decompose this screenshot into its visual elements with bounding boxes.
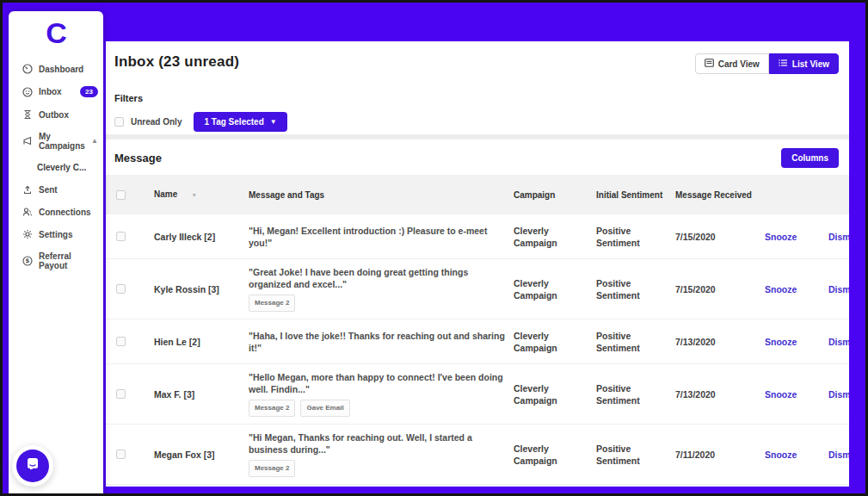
sidebar-item-my-campaigns[interactable]: My Campaigns ▲ [9, 126, 103, 157]
select-all-checkbox[interactable] [116, 190, 126, 200]
table-row[interactable]: Carly Illeck [2] "Hi, Megan! Excellent i… [106, 214, 849, 259]
received-date-cell: 7/13/2020 [675, 388, 758, 400]
snooze-link[interactable]: Snooze [765, 337, 822, 347]
table-row[interactable]: Max F. [3] "Hello Megan, more than happy… [106, 364, 849, 425]
sent-icon [22, 184, 33, 195]
row-checkbox[interactable] [116, 232, 126, 241]
column-header-name[interactable]: Name▼ [154, 189, 242, 201]
sidebar-item-label: Sent [39, 185, 58, 195]
message-cell: "Hello Megan, more than happy to connect… [249, 371, 507, 417]
view-toggle: Card View List View [695, 53, 839, 74]
chat-widget [12, 445, 53, 487]
dismiss-link[interactable]: Dismiss [828, 337, 849, 347]
chat-bubble-icon [24, 456, 41, 476]
tag-filter-dropdown[interactable]: 1 Tag Selected ▼ [194, 112, 286, 132]
inbox-header-section: Inbox (23 unread) Card View List View Fi… [106, 41, 849, 134]
sidebar-item-connections[interactable]: Connections [9, 201, 103, 223]
column-header-initial-sentiment[interactable]: Initial Sentiment [596, 189, 668, 201]
campaign-cell: Cleverly Campaign [514, 382, 589, 406]
sidebar-item-label: Outbox [39, 110, 69, 120]
sidebar-item-referral-payout[interactable]: $ Referral Payout [9, 245, 103, 276]
dismiss-link[interactable]: Dismiss [828, 389, 849, 400]
megaphone-icon [22, 136, 33, 146]
card-view-button[interactable]: Card View [695, 53, 769, 74]
dismiss-link[interactable]: Dismiss [828, 284, 849, 294]
filters-row: Unread Only 1 Tag Selected ▼ [114, 112, 837, 132]
campaign-cell: Cleverly Campaign [514, 225, 589, 249]
gear-icon [22, 229, 33, 239]
campaign-cell: Cleverly Campaign [514, 330, 589, 354]
sidebar-item-dashboard[interactable]: Dashboard [9, 58, 103, 80]
tag-list: Message 2 [249, 294, 507, 312]
row-checkbox[interactable] [116, 450, 126, 459]
received-date-cell: 7/11/2020 [675, 449, 758, 461]
sidebar-nav: Dashboard Inbox 23 Outbox My Campaig [9, 58, 103, 276]
table-title-row: Message Columns [106, 148, 849, 168]
svg-text:$: $ [26, 257, 30, 264]
snooze-link[interactable]: Snooze [765, 389, 822, 400]
row-checkbox[interactable] [116, 284, 126, 294]
sentiment-cell: Positive Sentiment [596, 382, 668, 406]
message-preview: "Haha, I love the joke!! Thanks for reac… [249, 331, 505, 353]
sentiment-cell: Positive Sentiment [596, 330, 668, 354]
sidebar-item-cleverly-campaign[interactable]: Cleverly C... [9, 157, 103, 178]
sidebar-item-inbox[interactable]: Inbox 23 [9, 80, 103, 103]
sidebar-item-label: Connections [39, 208, 91, 217]
sidebar-item-outbox[interactable]: Outbox [9, 103, 103, 126]
tag-pill: Message 2 [249, 400, 295, 417]
campaign-cell: Cleverly Campaign [514, 277, 589, 301]
contact-name: Hien Le [2] [154, 337, 242, 347]
brand-logo: C [9, 11, 103, 49]
dashboard-icon [22, 64, 33, 74]
main-content: Inbox (23 unread) Card View List View Fi… [106, 41, 849, 487]
table-header-row: Name▼ Message and Tags Campaign Initial … [106, 175, 849, 214]
message-preview: "Hello Megan, more than happy to connect… [249, 372, 503, 394]
sidebar-item-label: Inbox [39, 87, 62, 96]
column-header-message-received[interactable]: Message Received [675, 189, 758, 201]
snooze-link[interactable]: Snooze [765, 450, 822, 460]
card-view-icon [705, 59, 714, 69]
tag-pill: Message 2 [249, 460, 295, 477]
received-date-cell: 7/13/2020 [675, 336, 758, 348]
snooze-link[interactable]: Snooze [765, 284, 822, 294]
sidebar-item-sent[interactable]: Sent [9, 178, 103, 201]
message-preview: "Hi Megan, Thanks for reaching out. Well… [249, 432, 472, 455]
message-cell: "Hi Megan, Thanks for reaching out. Well… [249, 431, 507, 477]
sidebar-item-label: Cleverly C... [37, 163, 86, 172]
list-view-label: List View [792, 59, 829, 69]
contact-name: Megan Fox [3] [154, 450, 242, 460]
snooze-link[interactable]: Snooze [765, 232, 822, 242]
table-row[interactable]: Hien Le [2] "Haha, I love the joke!! Tha… [106, 319, 849, 364]
columns-button[interactable]: Columns [781, 148, 839, 168]
chat-widget-button[interactable] [16, 450, 49, 482]
chevron-down-icon: ▼ [270, 118, 277, 126]
message-table-section: Message Columns Name▼ Message and Tags C… [106, 140, 849, 487]
dismiss-link[interactable]: Dismiss [828, 232, 849, 242]
campaign-cell: Cleverly Campaign [514, 443, 589, 467]
dismiss-link[interactable]: Dismiss [828, 450, 849, 460]
app-window: C Dashboard Inbox 23 Outbox [0, 0, 868, 496]
received-date-cell: 7/15/2020 [675, 283, 758, 295]
unread-only-checkbox[interactable] [114, 117, 124, 127]
table-row[interactable]: Kyle Rossin [3] "Great Joke! I have been… [106, 259, 849, 319]
column-header-message-and-tags[interactable]: Message and Tags [249, 189, 507, 201]
row-checkbox[interactable] [116, 337, 126, 346]
message-preview: "Great Joke! I have been doing great get… [249, 267, 468, 289]
sidebar-item-settings[interactable]: Settings [9, 223, 103, 245]
message-cell: "Hi, Megan! Excellent introduction :) Pl… [249, 225, 507, 249]
unread-only-label: Unread Only [131, 117, 182, 127]
sidebar-item-label: Referral Payout [39, 251, 98, 270]
table-row[interactable]: Megan Fox [3] "Hi Megan, Thanks for reac… [106, 425, 849, 485]
row-checkbox[interactable] [116, 389, 126, 399]
contact-name: Carly Illeck [2] [154, 232, 242, 242]
list-view-button[interactable]: List View [769, 53, 839, 74]
sidebar-item-label: Settings [39, 230, 72, 239]
people-icon [22, 207, 33, 217]
contact-name: Max F. [3] [154, 389, 242, 400]
sidebar-item-label: My Campaigns [39, 132, 85, 151]
column-header-campaign[interactable]: Campaign [514, 189, 589, 201]
message-cell: "Haha, I love the joke!! Thanks for reac… [249, 330, 507, 354]
tag-filter-label: 1 Tag Selected [204, 117, 263, 127]
sort-icon: ▼ [191, 192, 197, 198]
table-row[interactable]: Elizabeth Hill [7] "Thank you, Megan! I … [106, 485, 849, 487]
